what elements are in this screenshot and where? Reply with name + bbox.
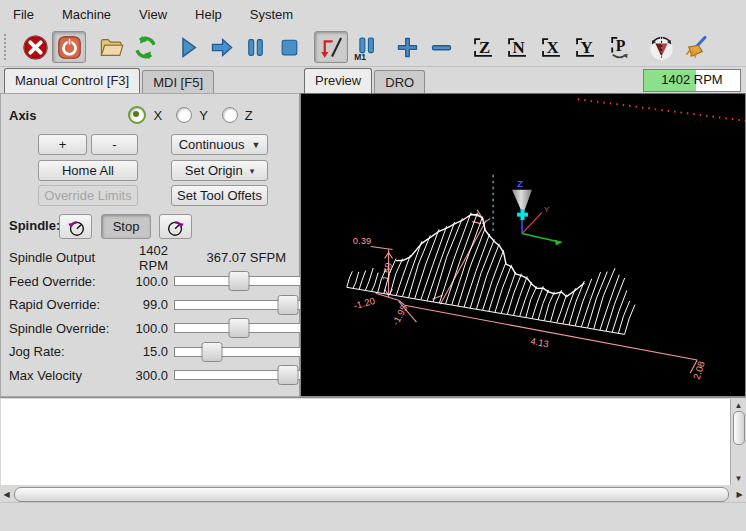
menu-item-system[interactable]: System [250, 7, 293, 22]
tool-tip-marker [517, 209, 528, 220]
status-bar [0, 502, 746, 531]
run-next-line-button[interactable] [204, 31, 238, 63]
chevron-down-icon: ▼ [251, 140, 260, 150]
gcode-listing: ▲ ▼ ◀ ▶ [0, 397, 746, 502]
optional-pause-icon: M1 [352, 34, 379, 61]
x-axis-arrow [555, 240, 562, 246]
readout-row: Jog Rate:15.0 [1, 340, 299, 364]
svg-text:Y: Y [580, 38, 592, 57]
tab-preview[interactable]: Preview [304, 68, 372, 93]
spindle-stop-button[interactable]: Stop [101, 214, 151, 239]
letter-view-icon: Z [470, 34, 497, 61]
zoom-in-button[interactable] [390, 31, 424, 63]
open-folder-icon [98, 34, 125, 61]
readout-row: Rapid Override:99.0 [1, 293, 299, 317]
override-limits-button[interactable]: Override Limits [38, 185, 138, 206]
slider-handle[interactable] [202, 342, 223, 362]
toolbar-grip-handle[interactable] [4, 34, 13, 60]
slider-handle[interactable] [228, 271, 249, 291]
stop-program-button[interactable] [272, 31, 306, 63]
override-readouts: Spindle Output1402 RPM367.07 SFPMFeed Ov… [1, 246, 299, 387]
max-velocity-slider[interactable] [174, 365, 301, 385]
horizontal-scroll-thumb[interactable] [14, 487, 729, 502]
view-top-button[interactable]: Z [466, 31, 500, 63]
z-axis-label: Z [517, 178, 523, 189]
readout-row: Spindle Output1402 RPM367.07 SFPM [1, 246, 299, 270]
view-front-button[interactable]: Y [568, 31, 602, 63]
scroll-left-icon[interactable]: ◀ [0, 490, 13, 499]
jog-rate-slider[interactable] [174, 342, 301, 362]
vertical-scroll-thumb[interactable] [733, 411, 745, 445]
scroll-down-icon[interactable]: ▼ [731, 472, 746, 485]
rapid-override-value: 99.0 [131, 297, 168, 312]
estop-button[interactable] [18, 31, 52, 63]
slider-handle[interactable] [278, 295, 299, 315]
toggle-skip-lines-button[interactable] [314, 31, 348, 63]
scroll-right-icon[interactable]: ▶ [733, 490, 746, 499]
home-all-button[interactable]: Home All [38, 160, 138, 181]
feed-override-slider[interactable] [174, 271, 301, 291]
broom-icon [682, 34, 709, 61]
vertical-scrollbar[interactable]: ▲ ▼ [730, 399, 746, 485]
spindle-output-value: 1402 RPM [131, 243, 168, 273]
letter-view-icon: X [538, 34, 565, 61]
gcode-text[interactable] [1, 399, 730, 485]
view-rotated-top-button[interactable]: N [500, 31, 534, 63]
axis-radio-y[interactable]: Y [176, 107, 208, 123]
svg-text:N: N [512, 38, 524, 57]
jog-mode-select[interactable]: Continuous ▼ [171, 134, 268, 155]
set-tool-offsets-button[interactable]: Set Tool Offets [171, 185, 268, 206]
chevron-down-icon: ▾ [250, 166, 255, 176]
slider-handle[interactable] [278, 365, 299, 385]
tab-dro[interactable]: DRO [374, 70, 425, 93]
spindle-output-extra: 367.07 SFPM [207, 250, 300, 265]
view-side-button[interactable]: X [534, 31, 568, 63]
dimension-label: 0.39 [353, 236, 371, 247]
axis-radio-x[interactable]: X [128, 106, 162, 124]
step-arrow-icon [208, 34, 235, 61]
slider-handle[interactable] [228, 318, 249, 338]
menu-item-view[interactable]: View [139, 7, 167, 22]
axis-radio-z[interactable]: Z [222, 107, 253, 123]
svg-text:X: X [546, 38, 558, 57]
rapid-override-slider[interactable] [174, 295, 301, 315]
spindle-speed-text: 1402 RPM [644, 72, 740, 87]
spindle-label: Spindle: [9, 218, 60, 233]
spindle-output-label: Spindle Output [9, 250, 131, 265]
radio-dot-icon [176, 107, 192, 123]
spindle-override-slider[interactable] [174, 318, 301, 338]
reload-file-button[interactable] [128, 31, 162, 63]
rotate-mode-button[interactable] [644, 31, 678, 63]
control-notebook: Manual Control [F3]MDI [F5] Axis XYZ + -… [0, 67, 300, 397]
axis-radio-group: XYZ [128, 106, 252, 124]
preview-canvas[interactable]: 0.391.59-1.20-1.954.132.08 Y Z [300, 93, 746, 397]
letter-view-icon: Y [572, 34, 599, 61]
toolbar: M1 Z N X Y P [0, 28, 746, 67]
slider-trough[interactable] [174, 347, 301, 357]
clear-plot-button[interactable] [678, 31, 712, 63]
reload-icon [132, 34, 159, 61]
machine-power-button[interactable] [52, 31, 86, 63]
spindle-cw-button[interactable] [159, 214, 192, 239]
menu-item-machine[interactable]: Machine [62, 7, 111, 22]
set-origin-button[interactable]: Set Origin ▾ [171, 160, 268, 181]
max-velocity-label: Max Velocity [9, 368, 131, 383]
toggle-optional-pause-button[interactable]: M1 [348, 31, 382, 63]
pause-program-button[interactable] [238, 31, 272, 63]
tab-manual-control-f3[interactable]: Manual Control [F3] [4, 68, 140, 93]
jog-plus-button[interactable]: + [38, 134, 87, 155]
menu-item-file[interactable]: File [13, 7, 34, 22]
feed-override-label: Feed Override: [9, 274, 131, 289]
run-program-button[interactable] [170, 31, 204, 63]
jog-rate-value: 15.0 [131, 344, 168, 359]
jog-minus-button[interactable]: - [91, 134, 138, 155]
dimension-label: 2.08 [691, 360, 707, 381]
menu-item-help[interactable]: Help [195, 7, 222, 22]
spindle-ccw-button[interactable] [59, 214, 92, 239]
zoom-out-button[interactable] [424, 31, 458, 63]
open-file-button[interactable] [94, 31, 128, 63]
view-perspective-button[interactable]: P [602, 31, 636, 63]
letter-view-p-icon: P [606, 34, 633, 61]
tab-mdi-f5[interactable]: MDI [F5] [142, 70, 214, 93]
horizontal-scrollbar[interactable]: ◀ ▶ [0, 486, 746, 502]
